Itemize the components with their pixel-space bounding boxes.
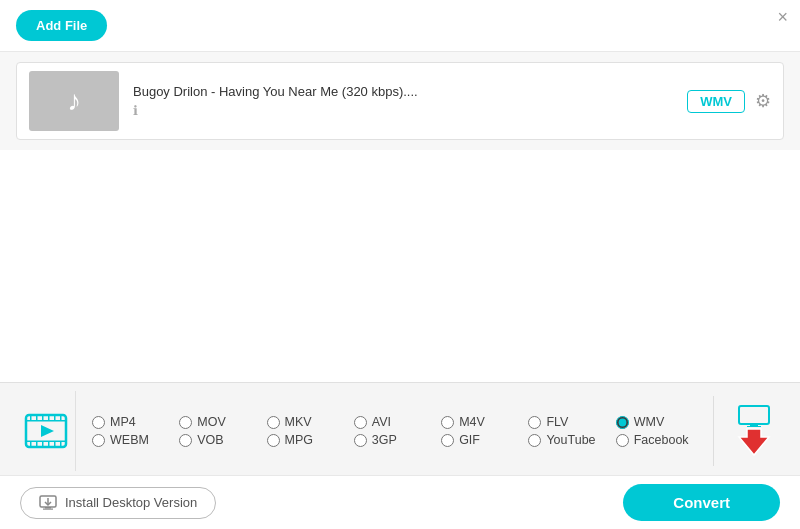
svg-rect-8 [60, 415, 62, 420]
svg-rect-13 [54, 442, 56, 447]
radio-vob[interactable] [179, 434, 192, 447]
svg-rect-12 [48, 442, 50, 447]
info-icon[interactable]: ℹ [133, 103, 138, 118]
svg-rect-14 [60, 442, 62, 447]
install-desktop-button[interactable]: Install Desktop Version [20, 487, 216, 519]
svg-rect-3 [30, 415, 32, 420]
file-list: ♪ Bugoy Drilon - Having You Near Me (320… [0, 52, 800, 150]
svg-rect-11 [42, 442, 44, 447]
svg-rect-9 [30, 442, 32, 447]
format-option-youtube[interactable]: YouTube [528, 433, 615, 447]
label-webm[interactable]: WEBM [110, 433, 149, 447]
format-option-avi[interactable]: AVI [354, 415, 441, 429]
format-option-mov[interactable]: MOV [179, 415, 266, 429]
settings-icon[interactable]: ⚙ [755, 90, 771, 112]
format-options: MP4 MOV MKV AVI M4V FLV [92, 415, 703, 447]
format-option-flv[interactable]: FLV [528, 415, 615, 429]
format-icon-container [16, 391, 76, 471]
download-arrow-icon [737, 427, 771, 457]
format-option-vob[interactable]: VOB [179, 433, 266, 447]
radio-youtube[interactable] [528, 434, 541, 447]
file-info: Bugoy Drilon - Having You Near Me (320 k… [133, 84, 687, 118]
svg-marker-15 [41, 425, 54, 437]
label-avi[interactable]: AVI [372, 415, 391, 429]
label-mp4[interactable]: MP4 [110, 415, 136, 429]
label-flv[interactable]: FLV [546, 415, 568, 429]
label-vob[interactable]: VOB [197, 433, 223, 447]
format-option-facebook[interactable]: Facebook [616, 433, 703, 447]
radio-m4v[interactable] [441, 416, 454, 429]
film-icon [24, 409, 68, 453]
file-item: ♪ Bugoy Drilon - Having You Near Me (320… [16, 62, 784, 140]
radio-webm[interactable] [92, 434, 105, 447]
svg-rect-7 [54, 415, 56, 420]
format-selection-row: MP4 MOV MKV AVI M4V FLV [0, 383, 800, 475]
label-gif[interactable]: GIF [459, 433, 480, 447]
action-bar: Install Desktop Version Convert [0, 475, 800, 529]
format-option-mkv[interactable]: MKV [267, 415, 354, 429]
format-option-webm[interactable]: WEBM [92, 433, 179, 447]
add-file-button[interactable]: Add File [16, 10, 107, 41]
format-option-mp4[interactable]: MP4 [92, 415, 179, 429]
svg-rect-17 [750, 424, 758, 426]
format-option-3gp[interactable]: 3GP [354, 433, 441, 447]
svg-rect-6 [48, 415, 50, 420]
file-actions: WMV ⚙ [687, 90, 771, 113]
svg-rect-21 [45, 507, 51, 509]
format-option-mpg[interactable]: MPG [267, 433, 354, 447]
music-note-icon: ♪ [67, 85, 81, 117]
radio-avi[interactable] [354, 416, 367, 429]
radio-mov[interactable] [179, 416, 192, 429]
format-option-wmv[interactable]: WMV [616, 415, 703, 429]
radio-mkv[interactable] [267, 416, 280, 429]
label-3gp[interactable]: 3GP [372, 433, 397, 447]
radio-facebook[interactable] [616, 434, 629, 447]
install-desktop-label: Install Desktop Version [65, 495, 197, 510]
svg-rect-22 [43, 508, 53, 509]
svg-marker-19 [739, 429, 769, 455]
radio-3gp[interactable] [354, 434, 367, 447]
format-option-m4v[interactable]: M4V [441, 415, 528, 429]
file-name: Bugoy Drilon - Having You Near Me (320 k… [133, 84, 687, 99]
svg-rect-1 [26, 420, 66, 422]
svg-rect-2 [26, 441, 66, 443]
top-bar: Add File × [0, 0, 800, 52]
radio-mpg[interactable] [267, 434, 280, 447]
svg-rect-10 [36, 442, 38, 447]
label-wmv[interactable]: WMV [634, 415, 665, 429]
download-arrow-container [724, 405, 784, 457]
monitor-icon [738, 405, 770, 427]
label-mkv[interactable]: MKV [285, 415, 312, 429]
vertical-separator [713, 396, 714, 466]
radio-wmv[interactable] [616, 416, 629, 429]
convert-button[interactable]: Convert [623, 484, 780, 521]
format-badge[interactable]: WMV [687, 90, 745, 113]
radio-flv[interactable] [528, 416, 541, 429]
format-option-gif[interactable]: GIF [441, 433, 528, 447]
bottom-area: MP4 MOV MKV AVI M4V FLV [0, 382, 800, 529]
svg-rect-16 [739, 406, 769, 424]
close-button[interactable]: × [777, 8, 788, 26]
download-icon [39, 495, 57, 511]
file-thumbnail: ♪ [29, 71, 119, 131]
label-facebook[interactable]: Facebook [634, 433, 689, 447]
svg-rect-4 [36, 415, 38, 420]
label-youtube[interactable]: YouTube [546, 433, 595, 447]
radio-mp4[interactable] [92, 416, 105, 429]
radio-gif[interactable] [441, 434, 454, 447]
label-mov[interactable]: MOV [197, 415, 225, 429]
svg-rect-5 [42, 415, 44, 420]
label-mpg[interactable]: MPG [285, 433, 313, 447]
label-m4v[interactable]: M4V [459, 415, 485, 429]
